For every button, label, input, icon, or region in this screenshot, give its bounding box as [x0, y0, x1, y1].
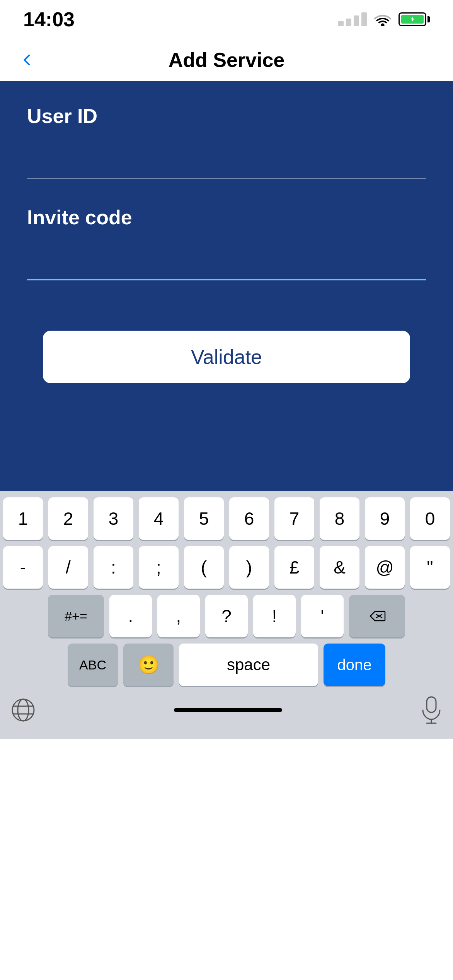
main-content: User ID Invite code Validate: [0, 81, 453, 491]
key-question[interactable]: ?: [205, 595, 248, 637]
battery-icon: [399, 12, 430, 26]
key-colon[interactable]: :: [94, 546, 133, 589]
key-done[interactable]: done: [324, 644, 385, 686]
status-time: 14:03: [23, 8, 75, 31]
nav-bar: Add Service: [0, 39, 453, 81]
keyboard-row-bottom: ABC 🙂 space done: [3, 644, 450, 686]
back-button[interactable]: [19, 52, 35, 68]
key-quote[interactable]: ": [410, 546, 450, 589]
home-indicator: [174, 708, 282, 712]
key-5[interactable]: 5: [184, 497, 224, 540]
keyboard-row-numbers: 1 2 3 4 5 6 7 8 9 0: [3, 497, 450, 540]
key-slash[interactable]: /: [48, 546, 88, 589]
key-dash[interactable]: -: [3, 546, 43, 589]
user-id-input[interactable]: [27, 143, 426, 179]
key-comma[interactable]: ,: [157, 595, 200, 637]
svg-point-1: [18, 699, 29, 721]
key-semicolon[interactable]: ;: [139, 546, 179, 589]
key-abc[interactable]: ABC: [68, 644, 118, 686]
key-apostrophe[interactable]: ': [301, 595, 344, 637]
microphone-icon[interactable]: [421, 696, 442, 724]
keyboard-row-special: #+= . , ? ! ': [3, 595, 450, 637]
key-9[interactable]: 9: [365, 497, 405, 540]
globe-icon[interactable]: [11, 698, 36, 722]
key-at[interactable]: @: [365, 546, 405, 589]
status-bar: 14:03: [0, 0, 453, 39]
key-6[interactable]: 6: [229, 497, 269, 540]
key-period[interactable]: .: [109, 595, 152, 637]
invite-code-input[interactable]: [27, 244, 426, 280]
key-open-paren[interactable]: (: [184, 546, 224, 589]
wifi-icon: [374, 12, 392, 26]
key-exclamation[interactable]: !: [253, 595, 296, 637]
page-title: Add Service: [169, 48, 285, 72]
key-emoji[interactable]: 🙂: [123, 644, 174, 686]
key-ampersand[interactable]: &: [320, 546, 359, 589]
invite-code-label: Invite code: [27, 206, 426, 229]
validate-button[interactable]: Validate: [43, 331, 410, 383]
key-0[interactable]: 0: [410, 497, 450, 540]
keyboard-bottom-bar: [3, 692, 450, 736]
key-1[interactable]: 1: [3, 497, 43, 540]
keyboard: 1 2 3 4 5 6 7 8 9 0 - / : ; ( ) £ & @ " …: [0, 491, 453, 739]
key-3[interactable]: 3: [94, 497, 133, 540]
key-8[interactable]: 8: [320, 497, 359, 540]
keyboard-row-symbols: - / : ; ( ) £ & @ ": [3, 546, 450, 589]
signal-icon: [338, 12, 367, 26]
key-2[interactable]: 2: [48, 497, 88, 540]
user-id-label: User ID: [27, 104, 426, 128]
key-space[interactable]: space: [179, 644, 318, 686]
key-4[interactable]: 4: [139, 497, 179, 540]
key-7[interactable]: 7: [274, 497, 314, 540]
status-icons: [338, 12, 430, 26]
key-close-paren[interactable]: ): [229, 546, 269, 589]
key-pound[interactable]: £: [274, 546, 314, 589]
svg-point-0: [12, 699, 34, 721]
svg-rect-2: [427, 697, 436, 712]
key-backspace[interactable]: [349, 595, 405, 637]
key-special-chars[interactable]: #+=: [48, 595, 104, 637]
